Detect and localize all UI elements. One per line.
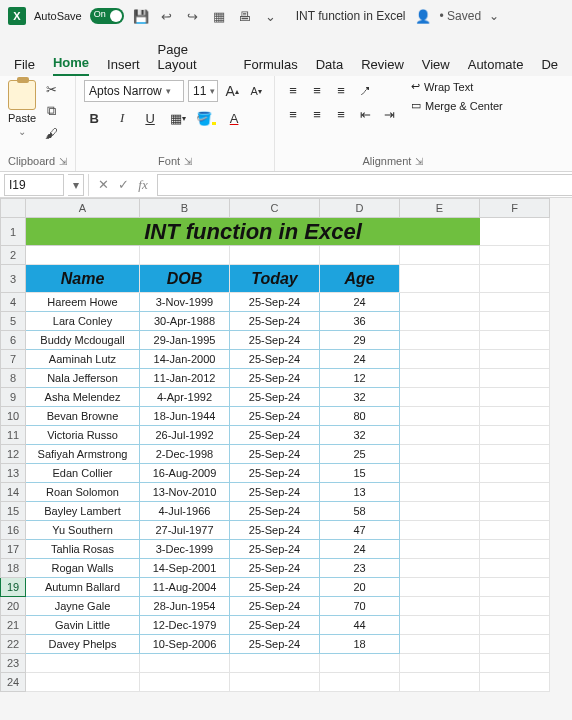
underline-button[interactable]: U: [140, 108, 160, 128]
cell-age[interactable]: 32: [320, 388, 400, 407]
paste-caret-icon[interactable]: ⌄: [18, 126, 26, 137]
cell[interactable]: [480, 388, 550, 407]
merge-center-button[interactable]: ▭ Merge & Center: [411, 99, 503, 112]
row-header[interactable]: 11: [0, 426, 26, 445]
cell[interactable]: [400, 597, 480, 616]
cell[interactable]: [400, 388, 480, 407]
cell-age[interactable]: 18: [320, 635, 400, 654]
cell-name[interactable]: Yu Southern: [26, 521, 140, 540]
row-header[interactable]: 15: [0, 502, 26, 521]
cell[interactable]: [230, 673, 320, 692]
align-middle-icon[interactable]: ≡: [307, 80, 327, 100]
cell-name[interactable]: Jayne Gale: [26, 597, 140, 616]
font-color-icon[interactable]: A: [224, 108, 244, 128]
format-painter-icon[interactable]: 🖌: [42, 124, 60, 142]
cell-name[interactable]: Nala Jefferson: [26, 369, 140, 388]
row-header[interactable]: 14: [0, 483, 26, 502]
cell-dob[interactable]: 4-Apr-1992: [140, 388, 230, 407]
cell[interactable]: [480, 673, 550, 692]
cell-name[interactable]: Tahlia Rosas: [26, 540, 140, 559]
tab-automate[interactable]: Automate: [468, 57, 524, 76]
cell-name[interactable]: Buddy Mcdougall: [26, 331, 140, 350]
qat-more-icon[interactable]: ⌄: [262, 7, 280, 25]
cell[interactable]: [480, 654, 550, 673]
decrease-indent-icon[interactable]: ⇤: [355, 104, 375, 124]
row-header[interactable]: 2: [0, 246, 26, 265]
row-header[interactable]: 18: [0, 559, 26, 578]
cell[interactable]: [400, 578, 480, 597]
cell-today[interactable]: 25-Sep-24: [230, 578, 320, 597]
cut-icon[interactable]: ✂: [42, 80, 60, 98]
cell-name[interactable]: Autumn Ballard: [26, 578, 140, 597]
cell[interactable]: [400, 673, 480, 692]
cell-today[interactable]: 25-Sep-24: [230, 350, 320, 369]
cell-dob[interactable]: 2-Dec-1998: [140, 445, 230, 464]
cell-age[interactable]: 12: [320, 369, 400, 388]
cell[interactable]: [230, 654, 320, 673]
cell-dob[interactable]: 4-Jul-1966: [140, 502, 230, 521]
cell[interactable]: [400, 369, 480, 388]
cell[interactable]: [400, 654, 480, 673]
cell-dob[interactable]: 12-Dec-1979: [140, 616, 230, 635]
cell-age[interactable]: 70: [320, 597, 400, 616]
share-icon[interactable]: 👤: [414, 7, 432, 25]
col-header[interactable]: F: [480, 198, 550, 218]
cell[interactable]: [320, 673, 400, 692]
cell-name[interactable]: Edan Collier: [26, 464, 140, 483]
alignment-launcher-icon[interactable]: ⇲: [415, 156, 423, 167]
cell[interactable]: [480, 597, 550, 616]
cell[interactable]: [480, 635, 550, 654]
cell[interactable]: [400, 464, 480, 483]
save-icon[interactable]: 💾: [132, 7, 150, 25]
align-left-icon[interactable]: ≡: [283, 104, 303, 124]
cell-age[interactable]: 13: [320, 483, 400, 502]
cell-dob[interactable]: 11-Aug-2004: [140, 578, 230, 597]
cell-name[interactable]: Bayley Lambert: [26, 502, 140, 521]
formula-input[interactable]: [157, 174, 572, 196]
cell[interactable]: [400, 559, 480, 578]
paste-button[interactable]: Paste ⌄: [8, 80, 36, 137]
cell-age[interactable]: 80: [320, 407, 400, 426]
cell-name[interactable]: Rogan Walls: [26, 559, 140, 578]
row-header[interactable]: 10: [0, 407, 26, 426]
align-right-icon[interactable]: ≡: [331, 104, 351, 124]
font-size-combo[interactable]: 11▾: [188, 80, 218, 102]
cell-name[interactable]: Bevan Browne: [26, 407, 140, 426]
cell-age[interactable]: 20: [320, 578, 400, 597]
cell[interactable]: [26, 246, 140, 265]
align-center-icon[interactable]: ≡: [307, 104, 327, 124]
cell-dob[interactable]: 13-Nov-2010: [140, 483, 230, 502]
cell-age[interactable]: 23: [320, 559, 400, 578]
font-name-combo[interactable]: Aptos Narrow▾: [84, 80, 184, 102]
cell[interactable]: [480, 445, 550, 464]
orientation-icon[interactable]: ⭧: [355, 80, 375, 100]
cell-age[interactable]: 24: [320, 350, 400, 369]
col-header[interactable]: A: [26, 198, 140, 218]
cell-name[interactable]: Hareem Howe: [26, 293, 140, 312]
cell[interactable]: [400, 312, 480, 331]
undo-icon[interactable]: ↩: [158, 7, 176, 25]
cell[interactable]: [230, 246, 320, 265]
cell[interactable]: [480, 578, 550, 597]
italic-button[interactable]: I: [112, 108, 132, 128]
cell[interactable]: [320, 246, 400, 265]
cell-today[interactable]: 25-Sep-24: [230, 464, 320, 483]
cell-dob[interactable]: 28-Jun-1954: [140, 597, 230, 616]
cell[interactable]: [480, 502, 550, 521]
cell-dob[interactable]: 14-Jan-2000: [140, 350, 230, 369]
cell[interactable]: [400, 445, 480, 464]
bold-button[interactable]: B: [84, 108, 104, 128]
cell-today[interactable]: 25-Sep-24: [230, 293, 320, 312]
saved-caret-icon[interactable]: ⌄: [489, 9, 499, 23]
cell-today[interactable]: 25-Sep-24: [230, 616, 320, 635]
redo-icon[interactable]: ↪: [184, 7, 202, 25]
cell[interactable]: [480, 293, 550, 312]
cell[interactable]: [400, 293, 480, 312]
cell-name[interactable]: Gavin Little: [26, 616, 140, 635]
cell-dob[interactable]: 14-Sep-2001: [140, 559, 230, 578]
row-header[interactable]: 12: [0, 445, 26, 464]
header-name[interactable]: Name: [26, 265, 140, 293]
cell[interactable]: [140, 673, 230, 692]
border-icon[interactable]: ▦▾: [168, 108, 188, 128]
cell-age[interactable]: 24: [320, 293, 400, 312]
